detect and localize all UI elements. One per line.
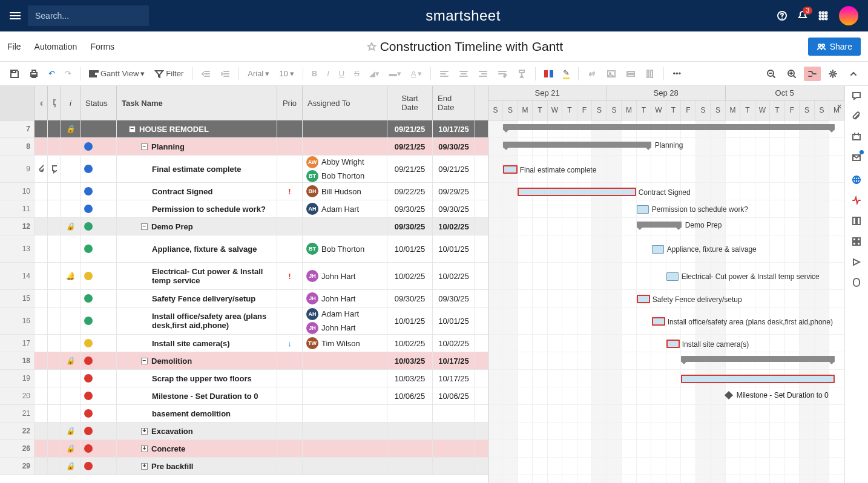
search-box[interactable]	[28, 5, 149, 26]
week-label: Oct 5	[726, 86, 844, 100]
outdent-button[interactable]	[197, 67, 214, 81]
table-row[interactable]: 26🔒+Concrete	[0, 440, 488, 458]
table-row[interactable]: 18🔒−Demolition10/03/2510/17/25	[0, 352, 488, 370]
col-rownum[interactable]	[0, 86, 35, 120]
fill-color-button[interactable]: ◢▾	[366, 67, 383, 80]
table-row[interactable]: 20Milestone - Set Duration to 010/06/251…	[0, 387, 488, 405]
rows-button[interactable]	[622, 67, 639, 81]
conversations-icon[interactable]	[852, 91, 861, 100]
table-row[interactable]: 13Appliance, fixture & salvageBTBob Thor…	[0, 235, 488, 263]
settings-button[interactable]	[824, 67, 841, 81]
align-right-button[interactable]	[475, 67, 492, 81]
publish-icon[interactable]	[852, 175, 861, 185]
grid-pane: i Status Task Name Prio Assigned To Star…	[0, 86, 488, 483]
svg-point-10	[826, 18, 827, 20]
table-row[interactable]: 15Safety Fence delivery/setupJHJohn Hart…	[0, 290, 488, 307]
notifications-button[interactable]: 3	[798, 10, 807, 22]
indent-button[interactable]	[217, 67, 234, 81]
table-row[interactable]: 10Contract Signed!BHBill Hudson09/22/250…	[0, 183, 488, 200]
size-selector[interactable]: 10 ▾	[275, 67, 297, 80]
columns-button[interactable]	[642, 67, 659, 81]
print-button[interactable]	[25, 67, 42, 81]
svg-point-12	[822, 44, 824, 47]
image-button[interactable]	[603, 67, 620, 81]
table-row[interactable]: 19Scrap the upper two floors10/03/2510/1…	[0, 370, 488, 387]
col-indicator[interactable]: i	[61, 86, 81, 120]
svg-rect-34	[857, 238, 860, 241]
menu-automation[interactable]: Automation	[35, 42, 77, 51]
table-row[interactable]: 17Install site camera(s)↓TWTim Wilson10/…	[0, 335, 488, 352]
attachments-icon[interactable]	[852, 111, 861, 121]
italic-button[interactable]: I	[323, 67, 333, 80]
wrap-button[interactable]	[494, 67, 511, 81]
app-menu: File Automation Forms	[0, 42, 122, 51]
menu-file[interactable]: File	[7, 42, 21, 51]
col-assigned[interactable]: Assigned To	[303, 86, 387, 120]
view-selector[interactable]: Gantt View ▾	[85, 67, 148, 81]
avatar[interactable]	[839, 6, 858, 25]
text-color-button[interactable]: A▾	[407, 67, 426, 80]
format-painter-button[interactable]	[513, 67, 530, 81]
collapse-button[interactable]	[845, 67, 862, 81]
bold-button[interactable]: B	[308, 67, 321, 80]
zoom-in-button[interactable]	[783, 67, 800, 81]
search-input[interactable]	[34, 10, 142, 21]
svg-rect-32	[857, 217, 860, 225]
table-row[interactable]: 11Permission to schedule work?AHAdam Har…	[0, 200, 488, 218]
highlight-button[interactable]: ✎	[559, 66, 573, 82]
col-attachment[interactable]	[35, 86, 48, 120]
menu-forms[interactable]: Forms	[90, 42, 114, 51]
search-icon	[142, 11, 143, 21]
svg-rect-19	[90, 76, 96, 77]
more-button[interactable]: •••	[669, 67, 685, 80]
menu-icon[interactable]	[10, 10, 21, 21]
col-enddate[interactable]: End Date	[433, 86, 475, 120]
table-row[interactable]: 8−Planning09/21/2509/30/25	[0, 138, 488, 156]
link-button[interactable]	[584, 67, 600, 81]
save-button[interactable]	[6, 67, 23, 81]
table-row[interactable]: 14🔔Electrical- Cut power & Install temp …	[0, 263, 488, 290]
proofs-icon[interactable]	[852, 132, 861, 142]
strike-button[interactable]: S	[350, 67, 363, 80]
underline-button[interactable]: U	[335, 67, 348, 80]
table-row[interactable]: 12🔒−Demo Prep09/30/2510/02/25	[0, 218, 488, 235]
right-rail	[844, 86, 868, 483]
task-color-button[interactable]: ▬▾	[386, 67, 405, 80]
share-button[interactable]: Share	[808, 38, 861, 56]
redo-button[interactable]: ↷	[61, 67, 75, 80]
svg-point-28	[832, 73, 834, 75]
connections-icon[interactable]	[852, 278, 861, 288]
filter-button[interactable]: Filter	[151, 67, 187, 81]
col-comment[interactable]	[48, 86, 61, 120]
align-center-button[interactable]	[455, 67, 472, 81]
table-row[interactable]: 16Install office/safety area (plans desk…	[0, 307, 488, 335]
gantt-day-header: SSMTWTFSSMTWTFSSMTWTFSSM	[488, 100, 844, 120]
table-row[interactable]: 9Final estimate completeAWAbby WrightBTB…	[0, 156, 488, 183]
close-icon[interactable]: ×	[837, 102, 841, 111]
app-launcher-icon[interactable]	[818, 11, 828, 21]
help-icon[interactable]	[777, 11, 787, 21]
svg-point-11	[818, 44, 821, 47]
col-status[interactable]: Status	[81, 86, 117, 120]
conditional-format-button[interactable]	[541, 68, 557, 80]
gantt-pane: × Sep 21 Sep 28 Oct 5 SSMTWTFSSMTWTFSSMT…	[488, 86, 844, 483]
star-icon[interactable]	[367, 42, 376, 51]
col-startdate[interactable]: Start Date	[387, 86, 433, 120]
align-left-button[interactable]	[436, 67, 453, 81]
table-row[interactable]: 7🔒−HOUSE REMODEL09/21/2510/17/25	[0, 120, 488, 138]
activity-log-icon[interactable]	[852, 196, 861, 205]
undo-button[interactable]: ↶	[45, 67, 59, 80]
table-row[interactable]: 22🔒+Excavation	[0, 422, 488, 440]
font-selector[interactable]: Arial ▾	[244, 67, 273, 80]
brandfolder-icon[interactable]	[852, 257, 861, 267]
gantt-body[interactable]: PlanningFinal estimate completeContract …	[488, 120, 844, 483]
table-row[interactable]: 29🔒+Pre backfill	[0, 458, 488, 475]
col-taskname[interactable]: Task Name	[117, 86, 277, 120]
critical-path-button[interactable]	[804, 67, 821, 81]
zoom-out-button[interactable]	[763, 67, 780, 81]
col-priority[interactable]: Prio	[277, 86, 303, 120]
table-row[interactable]: 21basement demolition	[0, 405, 488, 422]
work-apps-icon[interactable]	[852, 237, 861, 246]
update-requests-icon[interactable]	[852, 153, 861, 164]
summary-icon[interactable]	[852, 216, 861, 226]
